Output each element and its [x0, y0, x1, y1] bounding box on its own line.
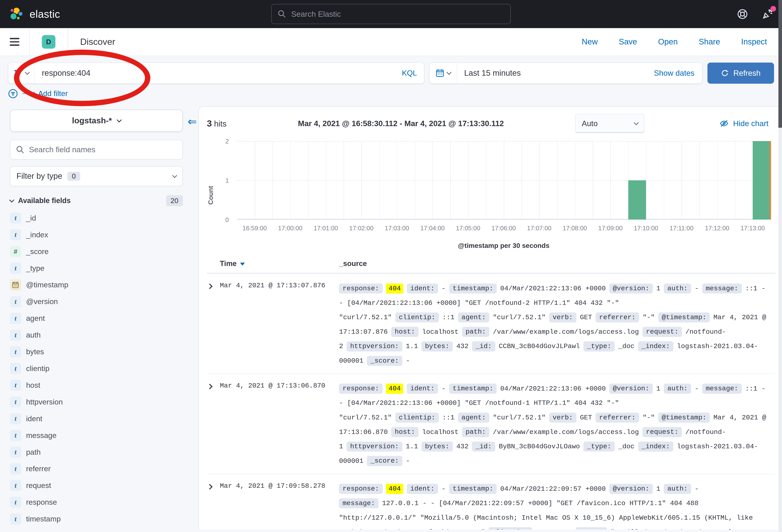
- field-name: _type: [26, 264, 44, 273]
- field-item-referrer[interactable]: treferrer: [10, 460, 199, 477]
- news-button[interactable]: [762, 8, 773, 20]
- discover-main-panel: 3 hits Mar 4, 2021 @ 16:58:30.112 - Mar …: [199, 106, 778, 530]
- field-item-_score[interactable]: #_score: [10, 243, 199, 260]
- search-icon: [16, 146, 25, 154]
- inspect-button[interactable]: Inspect: [741, 37, 767, 46]
- query-input[interactable]: response:404 KQL: [8, 63, 424, 84]
- available-fields-label: Available fields: [18, 196, 71, 205]
- refresh-button[interactable]: Refresh: [707, 63, 774, 84]
- x-tick: 17:10:00: [634, 225, 658, 232]
- x-tick: 17:01:00: [314, 225, 338, 232]
- time-range-value[interactable]: Last 15 minutes: [457, 69, 528, 78]
- row-time: Mar 4, 2021 @ 17:13:07.876: [220, 281, 339, 368]
- field-value: "curl/7.52.1": [493, 414, 546, 421]
- field-value: 127.0.0.1 - - [04/Mar/2021:22:09:57 +000…: [339, 499, 753, 530]
- expand-row-icon[interactable]: [207, 484, 213, 489]
- help-button[interactable]: [737, 8, 748, 20]
- time-column-header[interactable]: Time: [220, 259, 339, 268]
- histogram-bar-17:13:00[interactable]: [753, 141, 771, 220]
- highlighted-value: 404: [386, 283, 403, 294]
- global-header: elastic Search Elastic: [0, 0, 782, 28]
- add-filter-button[interactable]: + Add filter: [32, 89, 68, 98]
- field-name: message: [26, 431, 57, 440]
- field-token: clientip:: [395, 312, 439, 322]
- field-name: referrer: [26, 464, 51, 473]
- field-token: httpversion:: [347, 341, 402, 351]
- field-item-auth[interactable]: tauth: [10, 327, 199, 343]
- expand-row-icon[interactable]: [207, 384, 213, 389]
- discover-app-badge[interactable]: D: [42, 35, 56, 49]
- elastic-logo-icon: [9, 7, 24, 22]
- date-quick-select-button[interactable]: [430, 63, 457, 83]
- field-item-agent[interactable]: tagent: [10, 310, 199, 327]
- hide-chart-button[interactable]: Hide chart: [720, 119, 769, 128]
- page-scrollbar[interactable]: [778, 0, 782, 532]
- field-item-httpversion[interactable]: thttpversion: [10, 393, 199, 410]
- refresh-label: Refresh: [733, 69, 760, 77]
- global-search-input[interactable]: Search Elastic: [271, 4, 511, 24]
- field-search-input[interactable]: Search field names: [10, 140, 183, 160]
- saved-query-menu-button[interactable]: [8, 63, 35, 83]
- row-source: response:404ident:-timestamp:04/Mar/2021…: [339, 281, 775, 368]
- field-token: _index:: [638, 442, 674, 452]
- open-button[interactable]: Open: [658, 37, 678, 46]
- expand-row-icon[interactable]: [207, 283, 213, 289]
- text-field-icon: t: [10, 430, 21, 441]
- field-token: _index:: [638, 341, 674, 351]
- elastic-logo[interactable]: elastic: [9, 7, 60, 22]
- x-axis-label: @timestamp per 30 seconds: [237, 242, 771, 250]
- field-item-response[interactable]: tresponse: [10, 494, 199, 511]
- field-item-bytes[interactable]: tbytes: [10, 343, 199, 360]
- histogram-chart[interactable]: Count 012 16:59:0017:00:0017:01:0017:02:…: [207, 141, 775, 250]
- save-button[interactable]: Save: [619, 37, 637, 46]
- scrollbar-thumb[interactable]: [778, 0, 782, 128]
- field-name: _id: [26, 214, 36, 222]
- field-item-clientip[interactable]: tclientip: [10, 360, 199, 377]
- field-token: agent:: [458, 312, 489, 322]
- field-item-@timestamp[interactable]: @timestamp: [10, 276, 199, 293]
- chevron-down-icon: [634, 120, 639, 125]
- index-pattern-select[interactable]: logstash-*: [10, 110, 183, 132]
- field-token: referrer:: [596, 312, 639, 322]
- kql-language-button[interactable]: KQL: [402, 69, 424, 77]
- menu-button[interactable]: [10, 38, 19, 46]
- field-item-ident[interactable]: tident: [10, 410, 199, 427]
- field-name: clientip: [26, 364, 49, 373]
- field-item-_index[interactable]: t_index: [10, 226, 199, 243]
- field-item-@version[interactable]: t@version: [10, 293, 199, 310]
- fields-sidebar: logstash-* ⇐ Search field names Filter b…: [0, 106, 199, 530]
- field-value: 127.0.0.1: [536, 528, 572, 530]
- field-item-_id[interactable]: t_id: [10, 210, 199, 226]
- interval-select[interactable]: Auto: [575, 114, 644, 133]
- x-tick: 17:12:00: [705, 225, 729, 232]
- chevron-down-icon: [172, 173, 177, 178]
- histogram-bar-17:09:30[interactable]: [628, 180, 646, 220]
- show-dates-button[interactable]: Show dates: [654, 69, 702, 77]
- documents-table: Time _source Mar 4, 2021 @ 17:13:07.876r…: [207, 259, 775, 530]
- field-item-timestamp[interactable]: ttimestamp: [10, 511, 199, 527]
- field-item-message[interactable]: tmessage: [10, 427, 199, 444]
- share-button[interactable]: Share: [699, 37, 720, 46]
- available-fields-header[interactable]: Available fields 20: [10, 195, 183, 206]
- filter-by-type-select[interactable]: Filter by type 0: [10, 166, 183, 186]
- field-item-host[interactable]: thost: [10, 377, 199, 393]
- field-item-_type[interactable]: t_type: [10, 260, 199, 276]
- filter-circle-icon[interactable]: [8, 89, 18, 99]
- field-item-request[interactable]: trequest: [10, 477, 199, 494]
- field-token: ident:: [407, 384, 438, 394]
- field-token: _id:: [472, 442, 495, 452]
- filter-by-type-label: Filter by type: [16, 172, 62, 181]
- highlighted-value: 404: [386, 484, 403, 494]
- field-item-path[interactable]: tpath: [10, 444, 199, 460]
- field-name: path: [26, 448, 41, 456]
- text-field-icon: t: [10, 213, 21, 224]
- collapse-sidebar-button[interactable]: ⇐: [188, 115, 197, 128]
- field-value: -: [695, 485, 699, 493]
- new-button[interactable]: New: [581, 37, 598, 46]
- field-token: @version:: [609, 384, 653, 394]
- field-token: clientip:: [395, 413, 439, 423]
- field-name: host: [26, 381, 40, 389]
- search-icon: [278, 10, 286, 18]
- time-span-label: Mar 4, 2021 @ 16:58:30.112 - Mar 4, 2021…: [226, 119, 575, 128]
- field-token: _type:: [583, 341, 615, 351]
